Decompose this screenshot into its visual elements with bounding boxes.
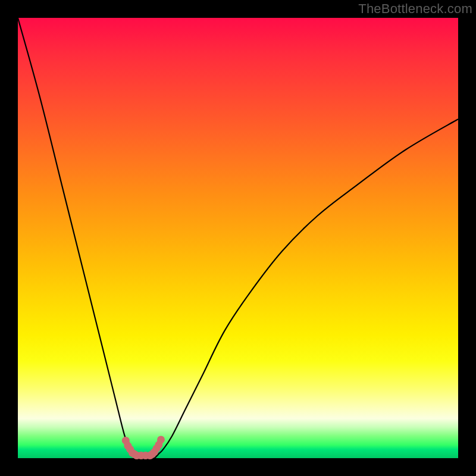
- watermark-text: TheBottleneck.com: [358, 1, 472, 17]
- marker-dot: [157, 436, 165, 443]
- chart-frame: TheBottleneck.com: [0, 0, 476, 476]
- bottleneck-curve: [18, 18, 458, 459]
- chart-svg: [18, 18, 458, 458]
- marker-band: [122, 436, 165, 459]
- plot-area: [18, 18, 458, 458]
